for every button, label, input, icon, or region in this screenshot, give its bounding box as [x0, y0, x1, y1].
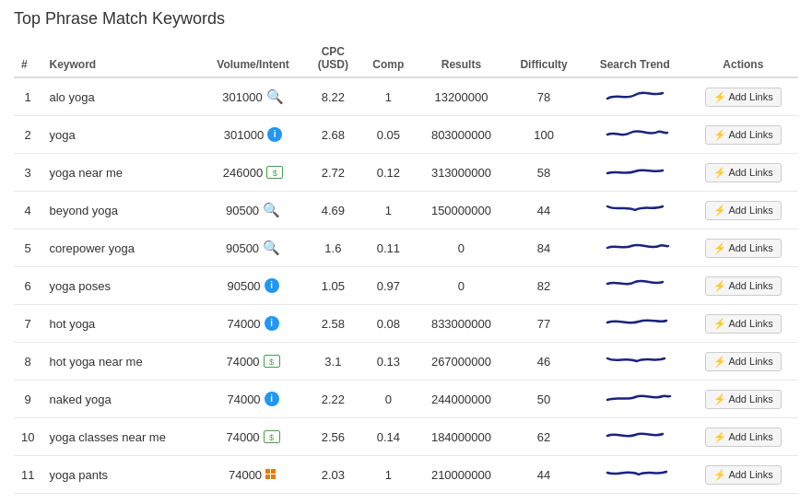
col-results: Results	[417, 40, 507, 77]
actions-cell: ⚡ Add Links	[688, 381, 798, 418]
col-actions: Actions	[688, 40, 798, 77]
add-links-button[interactable]: ⚡ Add Links	[705, 390, 782, 409]
results-cell: 0	[417, 229, 507, 267]
cpc-cell: 2.72	[306, 154, 361, 192]
table-header-row: # Keyword Volume/Intent CPC(USD) Comp Re…	[14, 40, 798, 77]
volume-cell: 74000 $	[201, 418, 306, 456]
trend-chart	[598, 388, 672, 410]
rank-cell: 3	[14, 154, 41, 192]
comp-cell: 0.12	[360, 154, 416, 192]
actions-cell: ⚡ Add Links	[688, 192, 798, 229]
page-title: Top Phrase Match Keywords	[14, 9, 798, 29]
trend-cell	[582, 456, 688, 494]
trend-chart	[598, 463, 672, 486]
trend-chart	[598, 426, 672, 448]
info-icon: i	[265, 278, 279, 293]
results-cell: 803000000	[417, 116, 507, 154]
trend-chart	[598, 123, 672, 146]
difficulty-cell: 78	[506, 77, 581, 116]
grid-icon	[265, 469, 277, 481]
comp-cell: 0	[360, 381, 416, 418]
comp-cell: 0.11	[360, 229, 416, 267]
add-links-button[interactable]: ⚡ Add Links	[705, 352, 782, 371]
table-row: 1 alo yoga 301000 🔍 8.22 1 13200000 78 ⚡…	[14, 77, 798, 116]
comp-cell: 1	[360, 456, 416, 494]
results-cell: 833000000	[417, 305, 507, 343]
volume-value: 90500	[226, 204, 259, 217]
rank-cell: 8	[14, 343, 41, 381]
trend-chart	[598, 350, 672, 372]
trend-cell	[582, 154, 688, 192]
trend-cell	[582, 192, 688, 229]
difficulty-cell: 58	[506, 154, 581, 192]
difficulty-cell: 82	[506, 267, 581, 305]
add-links-button[interactable]: ⚡ Add Links	[705, 239, 782, 258]
volume-value: 90500	[226, 241, 259, 255]
add-links-button[interactable]: ⚡ Add Links	[705, 276, 782, 296]
volume-value: 246000	[223, 166, 263, 180]
col-rank: #	[14, 40, 41, 77]
cpc-cell: 1.05	[306, 267, 361, 305]
results-cell: 210000000	[417, 456, 507, 494]
results-cell: 184000000	[417, 418, 507, 456]
info-icon: i	[267, 127, 282, 142]
table-row: 11 yoga pants 74000 2.03 1 210000000 44	[14, 456, 798, 494]
local-icon: $	[264, 430, 280, 443]
keyword-cell: corepower yoga	[41, 229, 200, 267]
add-links-button[interactable]: ⚡ Add Links	[705, 201, 782, 220]
trend-chart	[598, 161, 672, 183]
info-icon: i	[265, 316, 279, 331]
volume-cell: 74000 $	[201, 343, 306, 381]
add-links-button[interactable]: ⚡ Add Links	[705, 88, 782, 107]
rank-cell: 6	[14, 267, 41, 305]
keyword-cell: beyond yoga	[41, 192, 200, 229]
table-row: 3 yoga near me 246000 $ 2.72 0.12 313000…	[14, 154, 798, 192]
search-icon: 🔍	[266, 88, 284, 105]
add-links-button[interactable]: ⚡ Add Links	[705, 428, 782, 447]
trend-cell	[582, 305, 688, 343]
cpc-cell: 2.68	[306, 116, 361, 154]
col-cpc: CPC(USD)	[306, 40, 361, 77]
keyword-cell: yoga	[41, 116, 200, 154]
table-row: 2 yoga 301000 i 2.68 0.05 803000000 100 …	[14, 116, 798, 154]
results-cell: 267000000	[417, 343, 507, 381]
table-row: 4 beyond yoga 90500 🔍 4.69 1 150000000 4…	[14, 192, 798, 229]
trend-cell	[582, 418, 688, 456]
col-volume: Volume/Intent	[201, 40, 306, 77]
trend-cell	[582, 381, 688, 418]
difficulty-cell: 44	[506, 456, 581, 494]
actions-cell: ⚡ Add Links	[688, 267, 798, 305]
actions-cell: ⚡ Add Links	[688, 154, 798, 192]
cpc-cell: 1.6	[306, 229, 361, 267]
volume-value: 74000	[229, 468, 262, 482]
comp-cell: 0.14	[360, 418, 416, 456]
add-links-button[interactable]: ⚡ Add Links	[705, 163, 782, 182]
col-trend: Search Trend	[582, 40, 688, 77]
main-container: Top Phrase Match Keywords # Keyword Volu…	[0, 0, 812, 503]
results-cell: 13200000	[417, 77, 507, 116]
rank-cell: 10	[14, 418, 41, 456]
difficulty-cell: 62	[506, 418, 581, 456]
trend-chart	[598, 86, 672, 108]
volume-cell: 74000	[201, 456, 306, 494]
rank-cell: 9	[14, 381, 41, 418]
add-links-button[interactable]: ⚡ Add Links	[705, 465, 782, 485]
trend-cell	[582, 77, 688, 116]
keyword-cell: yoga classes near me	[41, 418, 200, 456]
keyword-cell: yoga pants	[41, 456, 200, 494]
actions-cell: ⚡ Add Links	[688, 456, 798, 494]
volume-cell: 74000 i	[201, 305, 306, 343]
add-links-button[interactable]: ⚡ Add Links	[705, 314, 782, 334]
actions-cell: ⚡ Add Links	[688, 116, 798, 154]
table-row: 9 naked yoga 74000 i 2.22 0 244000000 50…	[14, 381, 798, 418]
table-row: 5 corepower yoga 90500 🔍 1.6 0.11 0 84 ⚡…	[14, 229, 798, 267]
cpc-cell: 2.56	[306, 418, 361, 456]
comp-cell: 0.13	[360, 343, 416, 381]
volume-cell: 246000 $	[201, 154, 306, 192]
difficulty-cell: 46	[506, 343, 581, 381]
add-links-button[interactable]: ⚡ Add Links	[705, 125, 782, 145]
comp-cell: 1	[360, 77, 416, 116]
col-comp: Comp	[360, 40, 416, 77]
rank-cell: 7	[14, 305, 41, 343]
cpc-cell: 3.1	[306, 343, 361, 381]
